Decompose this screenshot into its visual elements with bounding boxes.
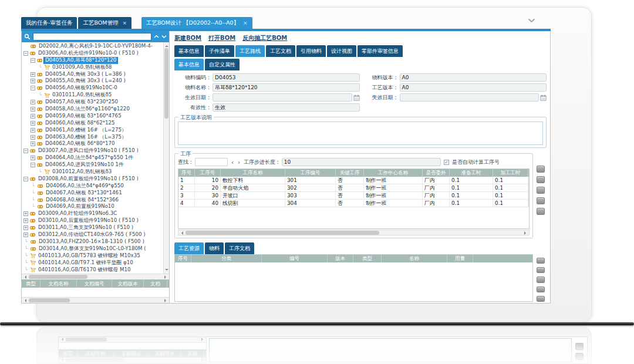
scroll-up-icon[interactable] [165,43,168,47]
expand-icon[interactable]: + [31,128,35,133]
tree-item[interactable]: −D04053,A0,吊耳δ8*120*120 [23,57,163,64]
reverse-push-bom-link[interactable]: 反向抛工艺BOM [242,34,287,42]
version-note-textarea[interactable] [178,122,543,145]
tree-item[interactable]: +D03009,A0,叶轮组件919No6.3C [23,210,163,217]
tree-item[interactable]: └0401016,A0,GB/T6170 镀锌螺母 M10 [23,267,163,274]
tree-item[interactable]: └0301012,A0,热轧钢板δ3 [23,168,163,176]
tab-process-docs[interactable]: 工艺文档 [266,45,295,57]
tree-item[interactable]: +D03012,A0,传动组CT140水G9-765 ( F500 ) [23,231,163,238]
tree-item[interactable]: +D04055,A0,角钢 30x3 ( L=240 ) [23,77,163,85]
expand-icon[interactable]: + [31,141,35,146]
material-name-field[interactable]: 吊耳δ8*120*120 [213,83,360,92]
expand-icon[interactable]: + [31,72,35,77]
tree-item[interactable]: └D04069,A0,前置板919No10 [23,203,163,210]
expand-icon[interactable]: + [23,232,28,237]
search-input[interactable] [33,33,151,41]
process-table-row[interactable]: 330开坡口303否制作一班厂内0.10.1 [178,192,529,200]
process-version-field[interactable]: A0 [400,83,547,92]
collapse-icon[interactable]: − [31,58,35,63]
search-next-icon[interactable] [161,35,167,39]
tree-item[interactable]: +D04061,A0,槽钢 16# （L=275） [23,127,163,134]
find-input[interactable] [195,158,228,166]
collapse-icon[interactable]: − [23,177,28,181]
scroll-left-icon[interactable] [23,275,26,279]
scrollbar-thumb[interactable] [29,298,70,302]
scroll-right-icon[interactable] [524,231,528,235]
grid-action-button-1[interactable] [537,166,545,173]
expand-icon[interactable]: + [31,156,35,160]
tab-bom-manage[interactable]: 工艺BOM管理× [78,17,131,29]
tree-item[interactable]: └D03013,A0,FHZ200-16×18-1310 ( F500 ) [23,238,163,245]
process-horizontal-scrollbar[interactable] [178,230,530,235]
collapse-icon[interactable]: − [23,51,28,56]
tab-process-resource[interactable]: 工艺资源 [174,242,204,254]
tab-operation-docs[interactable]: 工序文档 [225,242,254,254]
expand-icon[interactable]: + [23,225,28,230]
next-step-icon[interactable]: › [237,159,241,166]
expand-icon[interactable]: + [23,218,28,223]
tab-basic-info[interactable]: 基本信息 [174,45,204,57]
expand-icon[interactable]: + [23,211,28,216]
tree-item[interactable]: +D04060,A0,钢板 δ8*62*125 [23,120,163,127]
expand-icon[interactable]: + [31,121,35,126]
prev-step-icon[interactable]: ‹ [231,159,234,166]
collapse-icon[interactable]: − [31,163,35,167]
tree-item[interactable]: +D03010,A0,后置板组件919No10 ( F510 ) [23,217,163,224]
tree-item[interactable]: └D04067,A0,钢板 δ3*130*1461 [23,190,163,197]
new-bom-link[interactable]: 新建BOM [174,34,201,42]
tree-vertical-scrollbar[interactable] [163,42,169,274]
tree-item[interactable]: +D04063,A0,槽钢 16# （L=375） [23,134,163,141]
tree-item[interactable]: −D03008,A0,前置板组件919No10 ( F510 ) [23,176,163,183]
tree-item[interactable]: +D04059,A0,钢板 δ3*160*4765 [23,113,163,120]
tab-design-view[interactable]: 设计视图 [327,45,356,57]
auto-calc-checkbox[interactable]: ✓ [444,160,449,165]
tree-item[interactable]: └D04066,A0,法兰δ4*φ469*φ550 [23,183,163,190]
tree-item[interactable]: −D04065,A0,进风管919No10 1件 [23,161,163,168]
tree-item[interactable]: D02002,A0,离心风机9-19-10C-L0-YVP180M-4- [23,43,163,50]
scroll-left-icon[interactable] [23,299,26,302]
grid-action-button-2[interactable] [537,176,545,183]
tab-referenced-material[interactable]: 引用物料 [296,45,326,57]
scrollbar-thumb[interactable] [186,231,379,235]
tab-my-tasks[interactable]: 我的任务-审签任务 [21,17,77,29]
tree-item[interactable]: └0401014,A0,GB/T97.1 镀锌平垫圈 φ10 [23,259,163,267]
effective-date-field[interactable] [213,93,352,102]
collapse-chevron-icon[interactable] [528,18,535,24]
scrollbar-thumb[interactable] [164,48,168,119]
tab-process-route[interactable]: 工艺路线 [235,45,265,57]
calendar-icon[interactable] [540,95,547,101]
grid-action-button-1[interactable] [537,258,545,264]
tree-item[interactable]: +D04062,A0,钢板 δ6*80*170 [23,140,163,147]
open-bom-link[interactable]: 打开BOM [208,34,235,42]
scroll-right-icon[interactable] [164,299,168,302]
grid-action-button-5[interactable] [537,296,545,302]
grid-action-button-5[interactable] [537,208,545,215]
tab-bom-design[interactable]: 工艺BOM设计 【D02002--A0--A0】× [141,17,252,29]
expand-icon[interactable]: + [31,114,35,119]
tree-item[interactable]: +D04057,A0,钢板 δ3*230*250 [23,99,163,106]
tree-item[interactable]: └0401013,A0,GB/T5783 镀锌螺栓 M10x35 [23,252,163,259]
tree-item[interactable]: −D03006,A0,机壳组件919No10-0 ( F510 ) [23,50,163,57]
scroll-left-icon[interactable] [180,231,183,235]
close-icon[interactable]: × [243,21,248,26]
tree-item[interactable]: +D04054,A0,角钢 30x3 ( L=386 ) [23,71,163,78]
grid-action-button-3[interactable] [537,187,545,194]
calendar-icon[interactable] [353,95,360,101]
validity-field[interactable]: 生效 [213,103,360,112]
close-icon[interactable]: × [122,21,127,26]
tree-horizontal-scrollbar[interactable] [22,274,169,279]
tab-child-list[interactable]: 子件清单 [205,45,234,57]
tree-item[interactable]: └0301009,A0,热轧钢板δ8 [23,64,163,71]
process-table-row[interactable]: 110数控下料301否制作一班厂内0.10.1 [178,177,529,184]
tree-item[interactable]: └0301011,A0,热轧钢板δ5 [23,92,163,99]
expand-icon[interactable]: + [31,100,35,105]
tree-item[interactable]: +D04064,A0,法兰δ4*φ457*φ550 1件 [23,154,163,161]
expand-icon[interactable]: + [31,135,35,140]
step-length-field[interactable]: 10 [282,158,441,166]
expand-icon[interactable]: + [31,107,35,112]
grid-action-button-4[interactable] [537,197,545,204]
scroll-right-icon[interactable] [164,275,168,279]
tree-item[interactable]: +D03011,A0,三角支架919No10 ( F510 ) [23,224,163,231]
subtab-custom-properties[interactable]: 自定义属性 [205,59,240,70]
grid-action-button-4[interactable] [537,287,545,292]
